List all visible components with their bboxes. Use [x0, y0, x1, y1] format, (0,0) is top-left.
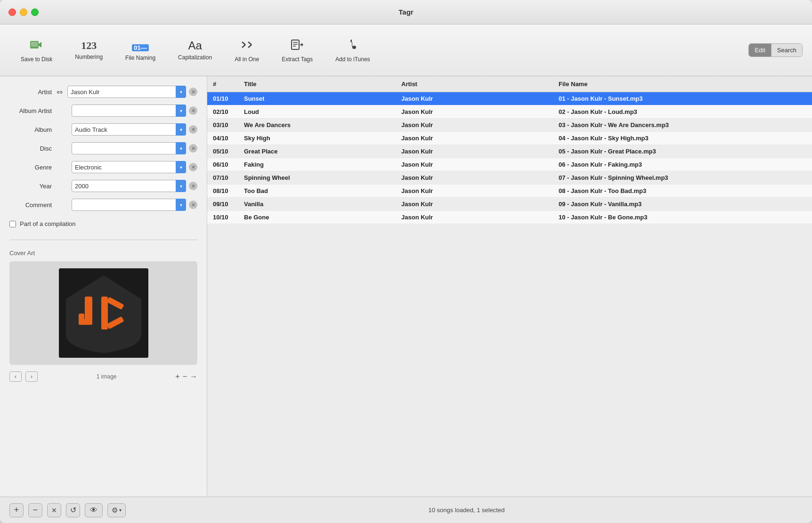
album-dropdown-arrow[interactable]: ▾: [176, 123, 186, 136]
svg-marker-12: [301, 43, 303, 47]
comment-select-wrap: ▾: [72, 199, 186, 211]
cell-title: Sunset: [240, 95, 398, 102]
comment-input-wrap: ▾ ✕: [72, 199, 197, 211]
file-naming-icon: 01—: [132, 40, 148, 52]
remove-track-button[interactable]: −: [28, 503, 42, 517]
artist-clear-button[interactable]: ✕: [189, 88, 197, 96]
genre-label: Genre: [9, 164, 52, 171]
cover-art-label: Cover Art: [9, 249, 197, 257]
cover-remove-button[interactable]: −: [183, 372, 187, 381]
capitalization-button[interactable]: Aa Capitalization: [167, 35, 223, 65]
extract-tags-button[interactable]: Extract Tags: [270, 33, 324, 67]
table-row[interactable]: 10/10 Be Gone Jason Kulr 10 - Jason Kulr…: [207, 211, 812, 224]
comment-clear-button[interactable]: ✕: [189, 201, 197, 209]
left-panel: Artist ⇔ ▾ ✕ Album Artist ▾: [0, 76, 207, 497]
cell-artist: Jason Kulr: [398, 161, 555, 168]
comment-input[interactable]: [72, 199, 186, 211]
maximize-button[interactable]: [31, 8, 39, 16]
table-row[interactable]: 05/10 Great Place Jason Kulr 05 - Jason …: [207, 145, 812, 158]
close-track-button[interactable]: ✕: [47, 503, 61, 517]
cell-filename: 07 - Jason Kulr - Spinning Wheel.mp3: [555, 174, 812, 181]
table-row[interactable]: 01/10 Sunset Jason Kulr 01 - Jason Kulr …: [207, 92, 812, 105]
toolbar: Save to Disk 123 Numbering 01— File Nami…: [0, 24, 812, 76]
disc-input[interactable]: [72, 142, 186, 154]
album-artist-clear-button[interactable]: ✕: [189, 106, 197, 115]
compilation-checkbox[interactable]: [9, 221, 16, 227]
table-rows: 01/10 Sunset Jason Kulr 01 - Jason Kulr …: [207, 92, 812, 224]
cover-actions: + − →: [175, 372, 197, 381]
numbering-button[interactable]: 123 Numbering: [64, 36, 114, 65]
table-row[interactable]: 03/10 We Are Dancers Jason Kulr 03 - Jas…: [207, 119, 812, 132]
table-row[interactable]: 07/10 Spinning Wheel Jason Kulr 07 - Jas…: [207, 171, 812, 185]
cell-num: 01/10: [207, 95, 240, 102]
edit-button[interactable]: Edit: [749, 44, 771, 56]
add-track-button[interactable]: +: [9, 503, 24, 517]
year-clear-button[interactable]: ✕: [189, 182, 197, 190]
cover-add-button[interactable]: +: [175, 372, 179, 381]
numbering-label: Numbering: [75, 54, 103, 60]
artist-input[interactable]: [67, 86, 186, 98]
disc-input-wrap: ▾ ✕: [72, 142, 197, 154]
year-input[interactable]: [72, 180, 186, 192]
album-input[interactable]: [72, 123, 186, 136]
year-select-wrap: ▾: [72, 180, 186, 192]
cell-num: 02/10: [207, 108, 240, 115]
extract-tags-label: Extract Tags: [282, 56, 313, 63]
artist-dropdown-arrow[interactable]: ▾: [176, 86, 186, 98]
track-table: # Title Artist File Name 01/10 Sunset Ja…: [207, 76, 812, 497]
minimize-button[interactable]: [20, 8, 27, 16]
eye-button[interactable]: 👁: [85, 503, 103, 517]
cell-title: Spinning Wheel: [240, 174, 398, 181]
table-row[interactable]: 04/10 Sky High Jason Kulr 04 - Jason Kul…: [207, 132, 812, 145]
table-row[interactable]: 06/10 Faking Jason Kulr 06 - Jason Kulr …: [207, 158, 812, 171]
gear-button[interactable]: ⚙ ▾: [107, 503, 126, 517]
table-header: # Title Artist File Name: [207, 76, 812, 92]
save-to-disk-button[interactable]: Save to Disk: [9, 33, 64, 67]
comment-dropdown-arrow[interactable]: ▾: [176, 199, 186, 211]
table-row[interactable]: 08/10 Too Bad Jason Kulr 08 - Jason Kulr…: [207, 185, 812, 198]
genre-dropdown-arrow[interactable]: ▾: [176, 161, 186, 173]
cover-prev-button[interactable]: ‹: [9, 371, 22, 382]
disc-dropdown-arrow[interactable]: ▾: [176, 142, 186, 154]
all-in-one-label: All in One: [235, 56, 259, 63]
genre-select-wrap: ▾: [72, 161, 186, 173]
edit-search-group: Edit Search: [748, 43, 803, 57]
table-row[interactable]: 09/10 Vanilla Jason Kulr 09 - Jason Kulr…: [207, 198, 812, 211]
compilation-row: Part of a compilation: [9, 220, 197, 227]
album-artist-input-wrap: ▾ ✕: [72, 105, 197, 117]
cell-artist: Jason Kulr: [398, 95, 555, 102]
cell-artist: Jason Kulr: [398, 108, 555, 115]
cover-export-button[interactable]: →: [190, 372, 197, 381]
search-button[interactable]: Search: [771, 44, 802, 56]
disc-clear-button[interactable]: ✕: [189, 144, 197, 153]
genre-clear-button[interactable]: ✕: [189, 163, 197, 171]
cell-num: 04/10: [207, 135, 240, 142]
cover-next-button[interactable]: ›: [25, 371, 38, 382]
album-label: Album: [9, 126, 52, 133]
album-clear-button[interactable]: ✕: [189, 125, 197, 134]
window-title: Tagr: [398, 8, 413, 16]
table-row[interactable]: 02/10 Loud Jason Kulr 02 - Jason Kulr - …: [207, 105, 812, 119]
gear-chevron: ▾: [119, 507, 122, 513]
cell-filename: 06 - Jason Kulr - Faking.mp3: [555, 161, 812, 168]
link-icon[interactable]: ⇔: [57, 88, 63, 97]
disc-label: Disc: [9, 145, 52, 152]
all-in-one-button[interactable]: All in One: [223, 33, 270, 67]
close-button[interactable]: [8, 8, 16, 16]
genre-row: Genre ▾ ✕: [9, 161, 197, 173]
cell-num: 03/10: [207, 121, 240, 129]
numbering-icon: 123: [81, 40, 97, 51]
album-artist-input[interactable]: [72, 105, 186, 117]
year-dropdown-arrow[interactable]: ▾: [176, 180, 186, 192]
refresh-button[interactable]: ↺: [66, 503, 80, 517]
album-artist-dropdown-arrow[interactable]: ▾: [176, 105, 186, 117]
add-to-itunes-label: Add to iTunes: [335, 56, 370, 63]
cell-filename: 08 - Jason Kulr - Too Bad.mp3: [555, 187, 812, 194]
all-in-one-icon: [240, 38, 254, 53]
genre-input[interactable]: [72, 161, 186, 173]
col-artist-header: Artist: [398, 80, 555, 88]
add-to-itunes-button[interactable]: Add to iTunes: [324, 33, 382, 67]
svg-rect-7: [292, 40, 299, 49]
file-naming-label: File Naming: [125, 55, 155, 61]
file-naming-button[interactable]: 01— File Naming: [114, 35, 167, 66]
